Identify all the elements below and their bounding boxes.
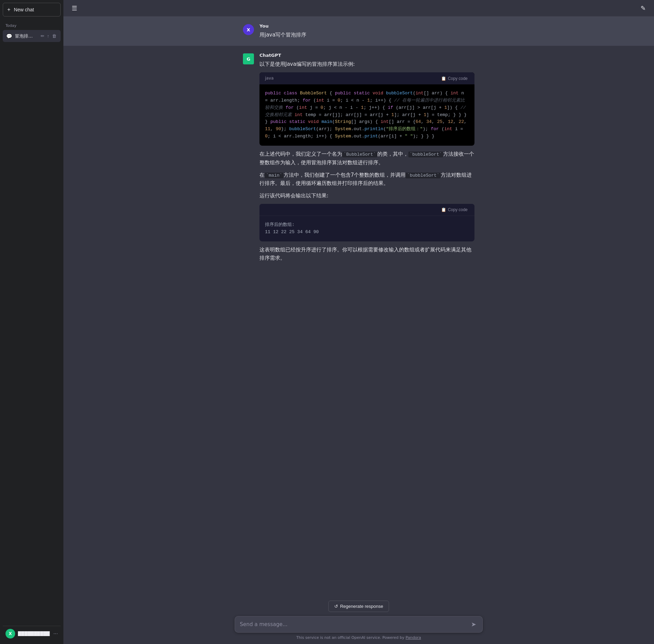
user-message-text: 用java写个冒泡排序: [259, 31, 474, 39]
message-input-row: ➤: [235, 616, 483, 633]
assistant-sender-label: ChatGPT: [259, 53, 474, 58]
assistant-conclusion: 这表明数组已经按升序进行了排序。你可以根据需要修改输入的数组或者扩展代码来满足其…: [259, 246, 474, 262]
sidebar: + New chat Today 💬 冒泡排序实现 ✏ ↑ 🗑 X ██████…: [0, 0, 63, 644]
user-avatar-letter-msg: X: [247, 27, 250, 32]
send-button[interactable]: ➤: [470, 620, 478, 629]
chat-item-actions: ✏ ↑ 🗑: [40, 33, 58, 39]
user-avatar-bubble: X: [243, 24, 254, 35]
chat-bubble-icon: 💬: [6, 33, 12, 39]
new-chat-top-icon: ✎: [641, 5, 646, 12]
topbar: ☰ ✎: [63, 0, 654, 17]
message-input[interactable]: [240, 621, 467, 627]
assistant-explanation-2: 在`main`方法中，我们创建了一个包含7个整数的数组，并调用`bubbleSo…: [259, 171, 474, 188]
copy-output-icon: 📋: [441, 207, 446, 212]
sidebar-item-bubble-sort[interactable]: 💬 冒泡排序实现 ✏ ↑ 🗑: [3, 30, 61, 42]
user-avatar-letter: X: [9, 631, 12, 636]
footer-text: This service is not an official OpenAI s…: [296, 635, 404, 640]
output-content: 排序后的数组: 11 12 22 25 34 64 90: [259, 216, 474, 241]
code-block-header: java 📋 Copy code: [259, 72, 474, 84]
code-block: java 📋 Copy code public class BubbleSort…: [259, 72, 474, 146]
delete-chat-button[interactable]: 🗑: [51, 33, 57, 39]
chat-area: X You 用java写个冒泡排序 G ChatGPT 以: [63, 17, 654, 596]
user-menu-button[interactable]: ···: [53, 631, 58, 637]
copy-icon: 📋: [441, 76, 446, 81]
chat-item-label: 冒泡排序实现: [15, 33, 37, 39]
copy-output-label: Copy code: [448, 207, 468, 212]
assistant-explanation-1: 在上述代码中，我们定义了一个名为`BubbleSort`的类，其中，`bubbl…: [259, 150, 474, 167]
user-message-content: You 用java写个冒泡排序: [259, 23, 474, 39]
plus-icon: +: [7, 7, 10, 13]
copy-code-button[interactable]: 📋 Copy code: [440, 75, 469, 82]
new-chat-label: New chat: [14, 7, 34, 12]
bottom-area: ↺ Regenerate response ➤ This service is …: [63, 596, 654, 644]
assistant-message-block: G ChatGPT 以下是使用Java编写的冒泡排序算法示例: java 📋: [63, 46, 654, 269]
new-chat-top-button[interactable]: ✎: [638, 3, 648, 13]
assistant-intro: 以下是使用Java编写的冒泡排序算法示例:: [259, 60, 474, 68]
gpt-avatar: G: [243, 53, 254, 64]
today-section-label: Today: [3, 22, 61, 30]
edit-chat-button[interactable]: ✏: [40, 33, 45, 39]
assistant-explanation-3: 运行该代码将会输出以下结果:: [259, 191, 474, 200]
regenerate-label: Regenerate response: [340, 604, 383, 609]
code-lang-label: java: [265, 75, 274, 82]
sidebar-bottom: X ██████████ ···: [3, 626, 61, 641]
user-name: ██████████: [18, 631, 51, 636]
user-message-block: X You 用java写个冒泡排序: [63, 17, 654, 46]
send-icon: ➤: [471, 621, 476, 628]
gpt-avatar-letter: G: [247, 56, 251, 62]
copy-code-label: Copy code: [448, 76, 468, 81]
assistant-message-content: ChatGPT 以下是使用Java编写的冒泡排序算法示例: java 📋 Cop…: [259, 53, 474, 262]
user-message-inner: X You 用java写个冒泡排序: [235, 23, 483, 39]
sidebar-toggle-button[interactable]: ☰: [69, 3, 80, 13]
code-content: public class BubbleSort { public static …: [259, 84, 474, 146]
assistant-message-text: 以下是使用Java编写的冒泡排序算法示例: java 📋 Copy code p…: [259, 60, 474, 262]
regenerate-button[interactable]: ↺ Regenerate response: [328, 601, 389, 612]
new-chat-button[interactable]: + New chat: [3, 3, 61, 17]
footer-link[interactable]: Pandora: [406, 635, 421, 640]
sidebar-toggle-icon: ☰: [72, 5, 77, 12]
regenerate-icon: ↺: [334, 604, 338, 609]
assistant-message-inner: G ChatGPT 以下是使用Java编写的冒泡排序算法示例: java 📋: [235, 53, 483, 262]
footer: This service is not an official OpenAI s…: [72, 635, 646, 641]
user-avatar: X: [6, 629, 15, 638]
output-label: 排序后的数组:: [265, 221, 469, 229]
user-sender-label: You: [259, 23, 474, 29]
share-chat-button[interactable]: ↑: [47, 33, 50, 39]
output-header: 📋 Copy code: [259, 204, 474, 216]
output-values: 11 12 22 25 34 64 90: [265, 229, 469, 236]
user-message-body: 用java写个冒泡排序: [259, 32, 306, 38]
main-panel: ☰ ✎ X You 用java写个冒泡排序: [63, 0, 654, 644]
output-block: 📋 Copy code 排序后的数组: 11 12 22 25 34 64 90: [259, 204, 474, 241]
copy-output-button[interactable]: 📋 Copy code: [440, 207, 469, 213]
